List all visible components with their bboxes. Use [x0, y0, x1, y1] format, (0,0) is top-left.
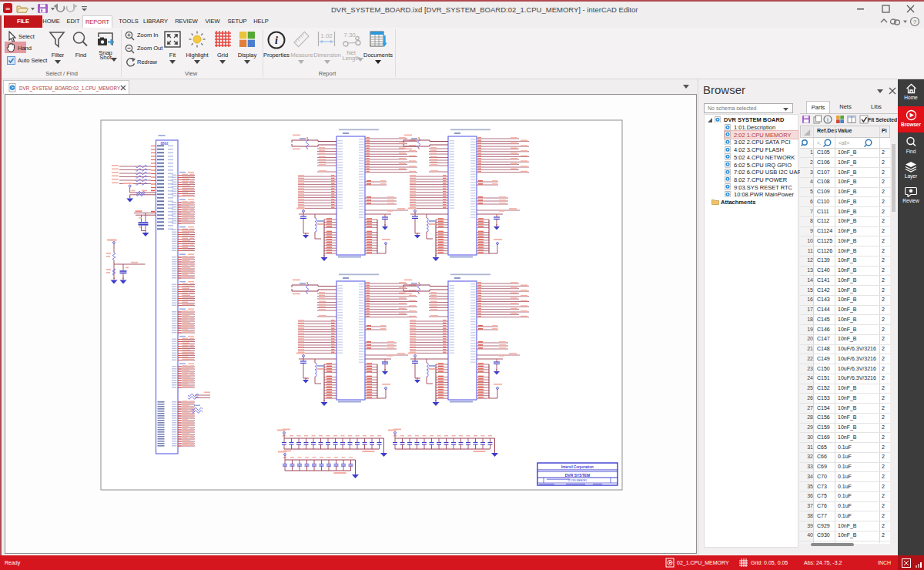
svg-text:7.30: 7.30 — [343, 32, 356, 39]
svg-text:<.: <. — [817, 140, 822, 146]
svg-text:i: i — [275, 35, 278, 46]
svg-text:?: ? — [913, 18, 917, 25]
svg-text:1.02: 1.02 — [320, 32, 333, 39]
svg-text:∞: ∞ — [5, 5, 10, 12]
svg-text:DVR SYSTEM: DVR SYSTEM — [565, 473, 591, 478]
svg-text:8892: 8892 — [161, 142, 169, 146]
svg-text:Intersil Corporation: Intersil Corporation — [561, 465, 594, 469]
svg-text:<all>: <all> — [839, 140, 849, 146]
svg-text:02.CPU MEMORY: 02.CPU MEMORY — [568, 479, 588, 482]
